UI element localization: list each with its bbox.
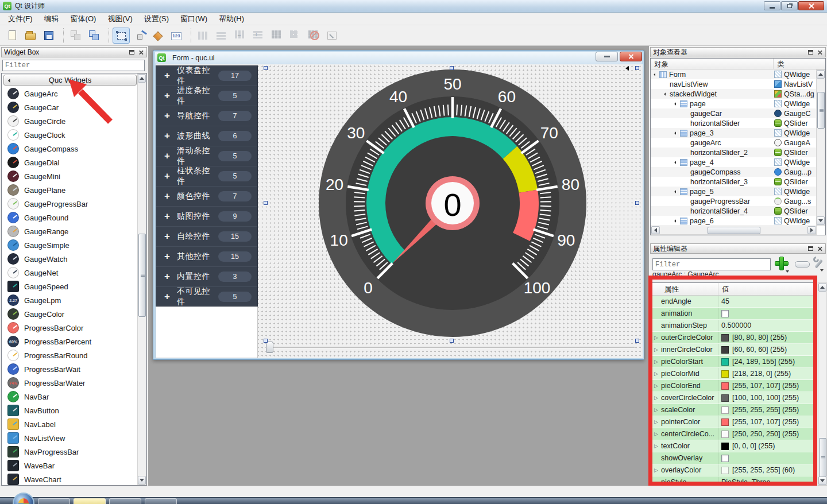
object-tree-row[interactable]: gaugeCompass Gaug...p xyxy=(651,167,817,177)
scrollbar-thumb[interactable] xyxy=(817,92,825,129)
object-tree-row[interactable]: horizontalSlider QSlider xyxy=(651,118,817,128)
scroll-up-arrow[interactable] xyxy=(817,70,825,79)
widget-item-GaugeDial[interactable]: GaugeDial xyxy=(2,156,137,169)
widget-item-ProgressBarWait[interactable]: ProgressBarWait xyxy=(2,362,137,376)
property-expander-icon[interactable]: ▷ xyxy=(654,359,659,365)
scrollbar-thumb[interactable] xyxy=(138,234,146,317)
property-editor-float-icon[interactable] xyxy=(808,246,813,251)
configure-button[interactable] xyxy=(812,257,824,270)
titlebar[interactable]: Qt Qt 设计师 xyxy=(0,0,827,13)
nav-list-item[interactable]: + 波形曲线 6 xyxy=(156,126,257,146)
property-row[interactable]: ▷ outerCircleColor [80, 80, 80] (255) xyxy=(651,332,816,344)
widget-box-float-icon[interactable] xyxy=(129,50,134,55)
taskbar-button[interactable] xyxy=(145,498,177,504)
selection-handle[interactable] xyxy=(264,339,268,343)
menu-item[interactable]: 文件(F) xyxy=(2,13,38,25)
property-editor-vscrollbar[interactable] xyxy=(818,282,827,486)
nav-list-item[interactable]: + 导航控件 7 xyxy=(156,106,257,126)
open-form-button[interactable] xyxy=(22,28,39,44)
minimize-button[interactable] xyxy=(764,1,780,10)
property-row[interactable]: ▷ pointerColor [255, 107, 107] (255) xyxy=(651,416,816,428)
checkbox[interactable] xyxy=(721,310,729,317)
object-tree-row[interactable]: page QWidge xyxy=(651,99,817,108)
widget-item-GaugeCircle[interactable]: GaugeCircle xyxy=(2,114,137,128)
property-row[interactable]: ▷ overlayColor [255, 255, 255] (60) xyxy=(651,464,816,476)
widget-item-GaugeColor[interactable]: GaugeColor xyxy=(2,307,137,321)
save-form-button[interactable] xyxy=(40,28,57,44)
configure-dropdown-icon[interactable] xyxy=(820,269,824,272)
widget-item-GaugeLpm[interactable]: 2.27 GaugeLpm xyxy=(2,293,137,307)
selection-handle[interactable] xyxy=(450,339,454,343)
close-button[interactable] xyxy=(798,1,824,10)
taskbar-button[interactable] xyxy=(74,498,106,504)
widget-item-NavButton[interactable]: NavButton xyxy=(2,404,137,417)
column-property[interactable]: 属性 xyxy=(651,283,718,295)
property-expander-icon[interactable]: ▷ xyxy=(654,371,659,377)
scroll-down-arrow[interactable] xyxy=(818,476,826,485)
nav-list-item[interactable]: + 颜色控件 7 xyxy=(156,187,257,207)
new-form-button[interactable] xyxy=(3,28,21,44)
selection-handle[interactable] xyxy=(635,339,639,343)
object-inspector-float-icon[interactable] xyxy=(808,50,813,55)
property-row[interactable]: ▷ centerCircleCo... [250, 250, 250] (255… xyxy=(651,428,816,440)
property-row[interactable]: ▷ pieColorEnd [255, 107, 107] (255) xyxy=(651,380,816,392)
expander-icon[interactable] xyxy=(654,73,657,76)
edit-buddies-button[interactable] xyxy=(149,28,167,44)
selection-handle[interactable] xyxy=(264,201,268,205)
scroll-down-arrow[interactable] xyxy=(138,476,146,484)
scroll-down-arrow[interactable] xyxy=(817,216,825,225)
scrollbar-thumb[interactable] xyxy=(708,227,760,234)
object-tree-row[interactable]: navListView NavListV xyxy=(651,79,817,89)
widget-item-GaugeCompass[interactable]: GaugeCompass xyxy=(2,142,137,156)
layout-splitter-vertical-button[interactable]: ↕ xyxy=(250,28,267,44)
layout-vertical-button[interactable] xyxy=(213,28,230,44)
object-tree-row[interactable]: horizontalSlider_3 QSlider xyxy=(651,177,817,187)
widget-item-NavBar[interactable]: NavBar xyxy=(2,390,137,404)
nav-list-item[interactable]: + 其他控件 15 xyxy=(156,247,257,267)
expander-icon[interactable] xyxy=(674,131,678,135)
nav-list-item[interactable]: + 内置控件 3 xyxy=(156,267,257,287)
property-row[interactable]: ▷ coverCircleColor [100, 100, 100] (255) xyxy=(651,392,816,404)
remove-property-button[interactable] xyxy=(795,261,810,267)
layout-splitter-horizontal-button[interactable]: ↔ xyxy=(231,28,249,44)
form-canvas[interactable]: + 仪表盘控件 17 + 进度条控件 5 + 导航控件 7 + 波形曲线 6 +… xyxy=(156,64,643,358)
property-expander-icon[interactable]: ▷ xyxy=(654,347,659,352)
object-tree-row[interactable]: Form QWidge xyxy=(651,69,817,79)
property-row[interactable]: ▷ animation xyxy=(651,308,816,320)
object-tree-row[interactable]: horizontalSlider_4 QSlider xyxy=(651,206,817,216)
widget-item-NavProgressBar[interactable]: NavProgressBar xyxy=(2,445,137,459)
widget-category-header[interactable]: Quc Widgets xyxy=(3,75,137,86)
widget-item-GaugeProgressBar[interactable]: GaugeProgressBar xyxy=(2,197,137,211)
expander-icon[interactable] xyxy=(674,102,678,106)
selection-handle[interactable] xyxy=(635,201,639,205)
taskbar-button[interactable] xyxy=(109,498,141,504)
expander-icon[interactable] xyxy=(674,161,678,164)
widget-item-GaugeClock[interactable]: GaugeClock xyxy=(2,128,137,142)
scroll-right-arrow[interactable] xyxy=(807,226,816,234)
property-expander-icon[interactable]: ▷ xyxy=(654,443,659,449)
property-expander-icon[interactable]: ▷ xyxy=(654,467,659,473)
raise-widgets-button[interactable] xyxy=(67,28,84,44)
property-row[interactable]: ▷ showOverlay xyxy=(651,452,816,464)
column-object[interactable]: 对象 xyxy=(651,59,774,69)
widget-item-GaugeMini[interactable]: GaugeMini xyxy=(2,169,137,183)
widget-item-WaveBar[interactable]: WaveBar xyxy=(2,459,137,472)
menu-item[interactable]: 窗口(W) xyxy=(175,13,213,25)
property-expander-icon[interactable]: ▷ xyxy=(654,419,659,425)
object-tree-row[interactable]: page_6 QWidge xyxy=(651,216,817,226)
nav-list-item[interactable]: + 进度条控件 5 xyxy=(156,86,257,106)
menu-item[interactable]: 设置(S) xyxy=(138,13,175,25)
property-editor-close-icon[interactable] xyxy=(817,246,822,251)
taskbar-button[interactable] xyxy=(38,498,70,504)
edit-widgets-button[interactable] xyxy=(113,28,130,44)
form-close-button[interactable] xyxy=(620,52,642,61)
expander-icon[interactable] xyxy=(674,219,678,223)
lower-widgets-button[interactable] xyxy=(86,28,103,44)
widget-item-ProgressBarColor[interactable]: ProgressBarColor xyxy=(2,321,137,335)
widget-item-GaugePlane[interactable]: GaugePlane xyxy=(2,183,137,197)
form-minimize-button[interactable] xyxy=(596,52,618,61)
property-expander-icon[interactable]: ▷ xyxy=(654,335,659,340)
break-layout-button[interactable] xyxy=(305,28,322,44)
scroll-up-arrow[interactable] xyxy=(138,74,146,83)
object-tree-row[interactable]: gaugeCar GaugeC xyxy=(651,108,817,118)
